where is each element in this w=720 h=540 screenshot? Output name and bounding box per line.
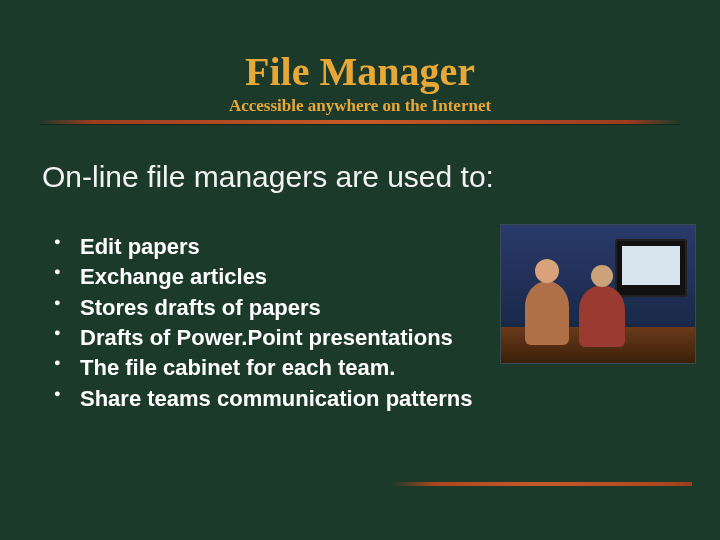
list-item-label: Edit papers (80, 234, 200, 259)
list-item: The file cabinet for each team. (50, 353, 472, 383)
slide-subtitle: Accessible anywhere on the Internet (40, 96, 680, 116)
list-item-label: The file cabinet for each team. (80, 355, 395, 380)
list-item-label: Exchange articles (80, 264, 267, 289)
bullet-list: Edit papers Exchange articles Stores dra… (40, 232, 472, 414)
footer-divider (392, 482, 692, 486)
list-item: Edit papers (50, 232, 472, 262)
slide: File Manager Accessible anywhere on the … (0, 0, 720, 540)
list-item: Stores drafts of papers (50, 293, 472, 323)
section-heading: On-line file managers are used to: (42, 160, 680, 194)
title-block: File Manager Accessible anywhere on the … (40, 50, 680, 124)
list-item: Drafts of Power.Point presentations (50, 323, 472, 353)
list-item-label: Share teams communication patterns (80, 386, 472, 411)
title-divider (40, 120, 680, 124)
slide-photo (500, 224, 696, 364)
list-item: Exchange articles (50, 262, 472, 292)
slide-title: File Manager (40, 50, 680, 94)
list-item: Share teams communication patterns (50, 384, 472, 414)
list-item-label: Stores drafts of papers (80, 295, 321, 320)
list-item-label: Drafts of Power.Point presentations (80, 325, 453, 350)
